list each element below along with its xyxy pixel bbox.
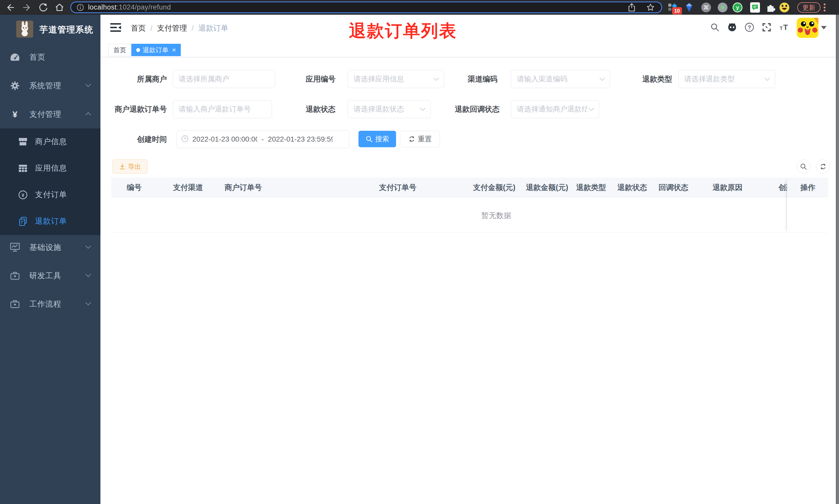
refund-status-select[interactable]: 请选择退款状态 (347, 100, 431, 118)
close-icon[interactable]: × (172, 47, 176, 53)
avatar[interactable] (797, 18, 818, 39)
browser-forward-icon[interactable] (22, 3, 31, 12)
chevron-down-icon (86, 82, 91, 87)
export-button[interactable]: 导出 (112, 159, 147, 174)
th-refund-type: 退款类型 (573, 178, 615, 197)
breadcrumb-pay[interactable]: 支付管理 (157, 23, 187, 34)
sidebar-item-infra[interactable]: 基础设施 (0, 233, 101, 262)
svg-text:¥: ¥ (22, 193, 24, 198)
search-icon[interactable] (710, 22, 720, 32)
chevron-up-icon (86, 112, 91, 118)
svg-text:T: T (780, 25, 783, 31)
sidebar-item-system[interactable]: 系统管理 (0, 72, 101, 100)
th-refund-status: 退款状态 (615, 178, 656, 197)
refund-type-select[interactable]: 请选择退款类型 (678, 70, 775, 88)
sidebar-item-home[interactable]: 首页 (0, 43, 101, 71)
refund-doc-icon (18, 216, 28, 226)
breadcrumb: 首页 / 支付管理 / 退款订单 (131, 23, 228, 34)
browser-toolbar: localhost:1024/pay/refund 10 ⌘ y (0, 0, 839, 15)
sidebar-item-merchant-info[interactable]: 商户信息 (0, 128, 101, 155)
refund-table: 编号 支付渠道 商户订单号 支付订单号 支付金额(元) 退款金额(元) 退款类型… (111, 178, 828, 233)
svg-text:¥: ¥ (13, 109, 18, 119)
fullscreen-icon[interactable] (762, 22, 771, 32)
bookmark-star-icon[interactable] (646, 3, 655, 12)
toggle-search-button[interactable] (797, 160, 810, 174)
sidebar-item-pay-order[interactable]: ¥ 支付订单 (0, 181, 101, 208)
filter-label-merchant: 所属商户 (103, 70, 167, 88)
sidebar-item-app-info[interactable]: 应用信息 (0, 155, 101, 181)
browser-home-icon[interactable] (55, 3, 65, 12)
th-refund-amount: 退款金额(元) (523, 178, 573, 197)
th-refund-reason: 退款原因 (710, 178, 776, 197)
sidebar: 芋道管理系统 首页 系统管理 ¥ 支付管理 (0, 15, 101, 504)
tab-refund-order[interactable]: 退款订单 × (131, 44, 181, 56)
sidebar-item-pay[interactable]: ¥ 支付管理 (0, 100, 101, 128)
browser-back-icon[interactable] (6, 3, 15, 12)
browser-reload-icon[interactable] (39, 3, 49, 12)
font-size-icon[interactable]: TT (779, 22, 789, 32)
notify-status-select[interactable]: 请选择通知商户退款结果 (511, 100, 599, 118)
extension-chat-icon[interactable] (750, 2, 760, 13)
breadcrumb-home[interactable]: 首页 (131, 23, 146, 34)
search-button[interactable]: 搜索 (358, 131, 396, 147)
extension-puzzle-icon[interactable] (765, 2, 775, 13)
clock-icon (181, 135, 189, 144)
filter-label-create-time: 创建时间 (103, 130, 167, 148)
app-logo[interactable]: 芋道管理系统 (16, 21, 108, 38)
hamburger-icon[interactable] (110, 23, 121, 33)
dashboard-icon (10, 52, 20, 62)
filter-label-channel: 渠道编码 (433, 70, 498, 88)
top-navbar: 首页 / 支付管理 / 退款订单 退款订单列表 ? TT (101, 15, 839, 40)
svg-text:y: y (736, 4, 739, 10)
chevron-down-icon (86, 272, 91, 277)
main-area: 首页 / 支付管理 / 退款订单 退款订单列表 ? TT (101, 15, 839, 504)
chevron-down-icon (589, 105, 594, 111)
table-header-row: 编号 支付渠道 商户订单号 支付订单号 支付金额(元) 退款金额(元) 退款类型… (111, 178, 828, 197)
browser-update-button[interactable]: 更新 (797, 2, 820, 13)
tab-home[interactable]: 首页 (108, 44, 131, 56)
merchant-refund-no-input[interactable]: 请输入商户退款订单号 (173, 100, 272, 118)
site-info-icon[interactable] (76, 3, 85, 12)
table-fixed-action-column: 操作 (787, 178, 828, 233)
scrollbar[interactable] (836, 15, 839, 504)
date-separator: - (262, 135, 264, 143)
extension-command-icon[interactable]: ⌘ (701, 2, 711, 13)
reset-button[interactable]: 重置 (400, 131, 440, 147)
pay-submenu: 商户信息 应用信息 ¥ 支付订单 退款订单 (0, 128, 101, 235)
extension-y-icon[interactable]: y (732, 2, 743, 13)
tag-dot-icon (136, 48, 140, 52)
svg-text:T: T (783, 23, 788, 31)
sidebar-item-refund-order[interactable]: 退款订单 (0, 208, 101, 234)
chevron-down-icon (420, 105, 425, 111)
extension-gem-icon[interactable] (684, 2, 694, 13)
filter-label-notify-status: 退款回调状态 (435, 100, 500, 118)
url-host: localhost (88, 3, 117, 11)
sidebar-item-workflow[interactable]: 工作流程 (0, 290, 101, 318)
avatar-caret-icon[interactable] (821, 26, 827, 29)
date-end: 2022-01-23 23:59:59 (268, 135, 333, 143)
store-icon (18, 137, 28, 147)
date-start: 2022-01-23 00:00:00 (192, 135, 257, 143)
app-select[interactable]: 请选择应用信息 (347, 70, 444, 88)
help-icon[interactable]: ? (745, 22, 754, 32)
sidebar-item-devtools[interactable]: 研发工具 (0, 262, 101, 290)
address-bar[interactable]: localhost:1024/pay/refund (70, 2, 662, 13)
briefcase-icon (10, 271, 20, 281)
chevron-down-icon (86, 300, 91, 305)
share-icon[interactable] (628, 3, 636, 12)
filter-label-merchant-refund-no: 商户退款订单号 (101, 100, 167, 118)
th-pay-amount: 支付金额(元) (470, 178, 523, 197)
github-icon[interactable] (727, 22, 737, 32)
refresh-button[interactable] (816, 160, 830, 174)
create-time-range-picker[interactable]: 2022-01-23 00:00:00 - 2022-01-23 23:59:5… (177, 130, 349, 148)
extension-dot-icon[interactable] (717, 2, 728, 13)
channel-select[interactable]: 请输入渠道编码 (511, 70, 610, 88)
browser-menu-kebab-icon[interactable] (823, 3, 826, 12)
filter-label-app: 应用编号 (271, 70, 336, 88)
filter-label-refund-status: 退款状态 (271, 100, 336, 118)
merchant-input[interactable]: 请选择所属商户 (173, 70, 275, 88)
table-empty-row (111, 197, 828, 233)
extension-emoji-icon[interactable] (779, 2, 789, 13)
app-title: 芋道管理系统 (39, 24, 93, 36)
chevron-down-icon (765, 75, 770, 80)
